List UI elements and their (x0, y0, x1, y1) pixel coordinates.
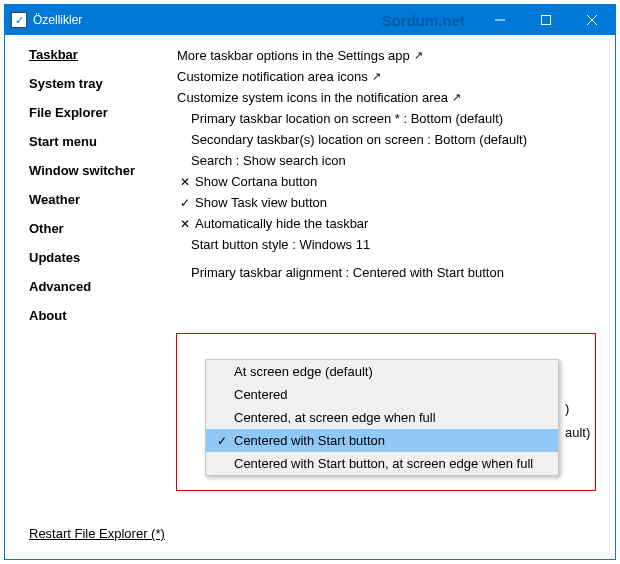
cross-icon: ✕ (177, 217, 193, 231)
link-customize-notification-icons[interactable]: Customize notification area icons ↗ (177, 66, 603, 87)
row-label: Automatically hide the taskbar (195, 216, 368, 231)
link-customize-system-icons[interactable]: Customize system icons in the notificati… (177, 87, 603, 108)
dropdown-item-centered-edge-full[interactable]: Centered, at screen edge when full (206, 406, 558, 429)
sidebar-item-system-tray[interactable]: System tray (29, 76, 177, 91)
sidebar-item-advanced[interactable]: Advanced (29, 279, 177, 294)
sidebar-item-weather[interactable]: Weather (29, 192, 177, 207)
row-label: Search : Show search icon (191, 153, 346, 168)
dropdown-item-label: Centered (234, 387, 287, 402)
alignment-dropdown: At screen edge (default) Centered Center… (205, 359, 559, 476)
peek-text: ault) (565, 425, 590, 440)
row-search[interactable]: Search : Show search icon (191, 150, 603, 171)
dropdown-item-centered-start-edge-full[interactable]: Centered with Start button, at screen ed… (206, 452, 558, 475)
row-label: Show Task view button (195, 195, 327, 210)
dropdown-item-label: Centered with Start button (234, 433, 385, 448)
window: ✓ Özellikler Sordum.net Taskbar System t… (4, 4, 616, 560)
link-more-taskbar-options[interactable]: More taskbar options in the Settings app… (177, 45, 603, 66)
close-button[interactable] (569, 5, 615, 35)
sidebar-item-about[interactable]: About (29, 308, 177, 323)
row-show-task-view[interactable]: ✓ Show Task view button (177, 192, 603, 213)
external-arrow-icon: ↗ (414, 49, 423, 62)
sidebar-item-other[interactable]: Other (29, 221, 177, 236)
dropdown-item-label: Centered, at screen edge when full (234, 410, 436, 425)
restart-file-explorer-link[interactable]: Restart File Explorer (*) (29, 526, 165, 541)
content: Taskbar System tray File Explorer Start … (5, 35, 615, 559)
row-label: Secondary taskbar(s) location on screen … (191, 132, 527, 147)
row-show-cortana[interactable]: ✕ Show Cortana button (177, 171, 603, 192)
window-controls (477, 5, 615, 35)
row-auto-hide-taskbar[interactable]: ✕ Automatically hide the taskbar (177, 213, 603, 234)
window-title: Özellikler (33, 13, 82, 27)
dropdown-item-centered[interactable]: Centered (206, 383, 558, 406)
minimize-button[interactable] (477, 5, 523, 35)
dropdown-item-label: At screen edge (default) (234, 364, 373, 379)
row-label: Start button style : Windows 11 (191, 237, 370, 252)
external-arrow-icon: ↗ (372, 70, 381, 83)
dropdown-item-at-screen-edge[interactable]: At screen edge (default) (206, 360, 558, 383)
link-label: Customize notification area icons (177, 69, 368, 84)
cross-icon: ✕ (177, 175, 193, 189)
row-label: Primary taskbar alignment : Centered wit… (191, 265, 504, 280)
link-label: Customize system icons in the notificati… (177, 90, 448, 105)
sidebar-item-start-menu[interactable]: Start menu (29, 134, 177, 149)
sidebar: Taskbar System tray File Explorer Start … (29, 45, 177, 549)
peek-text: ) (565, 401, 569, 416)
check-icon: ✓ (210, 434, 234, 448)
row-primary-taskbar-alignment[interactable]: Primary taskbar alignment : Centered wit… (177, 261, 603, 284)
row-label: Primary taskbar location on screen * : B… (191, 111, 503, 126)
row-secondary-taskbar-location[interactable]: Secondary taskbar(s) location on screen … (191, 129, 603, 150)
row-label: Show Cortana button (195, 174, 317, 189)
sidebar-item-file-explorer[interactable]: File Explorer (29, 105, 177, 120)
sidebar-item-updates[interactable]: Updates (29, 250, 177, 265)
check-icon: ✓ (177, 196, 193, 210)
maximize-button[interactable] (523, 5, 569, 35)
dropdown-item-label: Centered with Start button, at screen ed… (234, 456, 533, 471)
svg-rect-1 (542, 16, 551, 25)
watermark: Sordum.net (382, 12, 465, 29)
external-arrow-icon: ↗ (452, 91, 461, 104)
row-primary-taskbar-location[interactable]: Primary taskbar location on screen * : B… (191, 108, 603, 129)
row-start-button-style[interactable]: Start button style : Windows 11 (191, 234, 603, 255)
titlebar: ✓ Özellikler Sordum.net (5, 5, 615, 35)
app-icon: ✓ (11, 12, 27, 28)
sidebar-item-window-switcher[interactable]: Window switcher (29, 163, 177, 178)
link-label: More taskbar options in the Settings app (177, 48, 410, 63)
dropdown-item-centered-start[interactable]: ✓ Centered with Start button (206, 429, 558, 452)
footer: Restart File Explorer (*) (29, 526, 165, 541)
sidebar-item-taskbar[interactable]: Taskbar (29, 47, 177, 62)
